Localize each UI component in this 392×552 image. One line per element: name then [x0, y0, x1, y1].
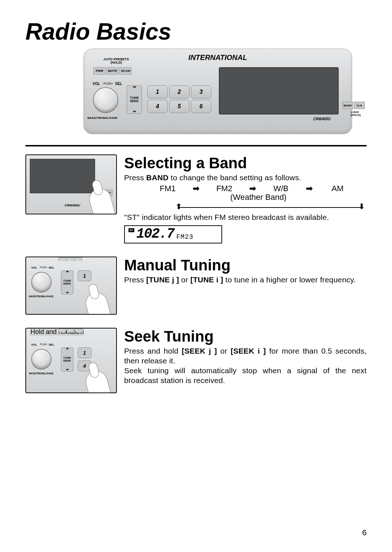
section-manual-content: Manual Tuning Press [TUNE j ] or [TUNE i… [124, 257, 367, 315]
manual-paragraph: Press [TUNE j ] or [TUNE i ] to tune in … [124, 275, 367, 285]
band-wb: W/B [259, 184, 303, 193]
chevron-down-icon: ⌄ [132, 108, 137, 113]
radio-faceplate-illustration: INTERNATIONAL AUTO PREBETS (HOLD) PWR MU… [83, 49, 352, 134]
arrow-down-icon: ⬇ [359, 202, 365, 211]
auto-presets-line2: (HOLD) [103, 61, 129, 64]
thumb-push: PUSH [40, 266, 47, 269]
band-intro: Press BAND to change the band setting as… [124, 173, 367, 182]
band-loop-bar: ⬆ ⬇ [146, 204, 367, 212]
st-note: "ST" indicator lights when FM stereo bre… [124, 212, 367, 222]
arrow-up-icon: ⬆ [176, 202, 182, 211]
section-seek-content: Seek Tuning Press and hold [SEEK j ] or … [124, 328, 367, 393]
thumb-sel: SEL [49, 343, 54, 346]
preset-4: 4 [147, 100, 168, 113]
pwr-button: PWR [93, 67, 106, 74]
chevron-up-icon: ⌃ [132, 86, 137, 91]
chevron-down-icon: ⌄ [65, 366, 70, 370]
seek-paragraph-1: Press and hold [SEEK j ] or [SEEK i ] fo… [124, 346, 367, 366]
arrow-right-icon: ➡ [303, 184, 316, 193]
thumb-dial [31, 349, 52, 369]
thumb-preset-1: 1 [78, 270, 91, 281]
lcd-screen [219, 67, 339, 114]
preset-2: 2 [169, 85, 189, 98]
page-title: Radio Basics [25, 18, 367, 45]
band-wb-sub: (Weather Band) [219, 193, 298, 202]
chevron-up-icon: ⌃ [65, 348, 70, 352]
preset-6: 6 [191, 100, 211, 113]
thumb-preset-1: 1 [78, 347, 91, 358]
arrow-right-icon: ➡ [246, 184, 259, 193]
tune-seek-rocker: ⌃ TUNE SEEK ⌄ [127, 85, 142, 114]
section-manual-tuning: VOL PUSH SEL BASS/TRE/BAL/FADE ⌃ TUNESEE… [25, 257, 367, 315]
lcd-readout: ST 102.7 FM23 [124, 225, 222, 243]
clk-button: CLK [354, 102, 365, 109]
page-number: 6 [362, 528, 367, 537]
preset-5: 5 [169, 100, 189, 113]
page: Radio Basics INTERNATIONAL AUTO PREBETS … [0, 0, 392, 552]
thumb-lcd [30, 159, 95, 193]
thumb-manual: VOL PUSH SEL BASS/TRE/BAL/FADE ⌃ TUNESEE… [25, 257, 117, 315]
band-fm1: FM1 [146, 184, 189, 193]
heading-band: Selecting a Band [124, 154, 367, 172]
hand-icon [83, 368, 113, 393]
preset-3: 3 [191, 85, 211, 98]
heading-seek: Seek Tuning [124, 328, 367, 345]
push-label: PUSH [103, 82, 113, 85]
thumb-bass: BASS/TRE/BAL/FADE [29, 295, 53, 298]
section-selecting-band: BAND CLK LO (HO CRW400U Selecting a Band… [25, 154, 367, 243]
loud-label: LOUD (HOLD) [351, 111, 361, 117]
arrow-right-icon: ➡ [189, 184, 203, 193]
st-indicator: ST [128, 228, 134, 232]
preset-1: 1 [147, 85, 168, 98]
tune-seek-label: TUNE SEEK [130, 96, 139, 103]
seek-paragraph-2: Seek tuning will automatically stop when… [124, 366, 367, 386]
heading-manual: Manual Tuning [124, 257, 367, 274]
auto-presets-label: AUTO PREBETS (HOLD) [103, 58, 129, 64]
mute-button: MUTE [106, 67, 119, 74]
separator-rule [25, 145, 367, 146]
thumb-model: CRW400U [65, 204, 80, 207]
lcd-band: FM23 [176, 233, 193, 241]
thumb-sel: SEL [49, 266, 54, 269]
band-fm2: FM2 [203, 184, 246, 193]
bass-label: BASS/TRE/BAL/FADE [87, 116, 118, 120]
scan-button: SCAN [119, 67, 132, 74]
thumb-dial [31, 272, 52, 292]
band-button: BAND [342, 102, 353, 109]
chevron-down-icon: ⌄ [65, 289, 70, 293]
thumb-vol: VOL [31, 343, 37, 346]
thumb-top-tabs [59, 329, 82, 332]
sel-label: SEL [115, 82, 122, 86]
top-button-row: PWR MUTE SCAN [93, 67, 132, 74]
side-buttons: BAND CLK [342, 102, 365, 109]
thumb-top-tabs [59, 257, 82, 261]
thumb-push: PUSH [40, 343, 47, 346]
section-band-content: Selecting a Band Press BAND to change th… [124, 154, 367, 243]
thumb-bass: BASS/TRE/BAL/FADE [29, 372, 53, 375]
thumb-rocker: ⌃ TUNESEEK ⌄ [61, 347, 73, 371]
vol-label: VOL [93, 82, 100, 86]
chevron-up-icon: ⌃ [65, 271, 70, 275]
section-seek-tuning: Hold and release VOL PUSH SEL BASS/TRE/B… [25, 328, 367, 393]
volume-dial [93, 87, 118, 113]
model-label: CRW400U [313, 117, 331, 121]
band-am: AM [316, 184, 359, 193]
hand-icon [83, 290, 113, 314]
preset-grid: 1 2 3 4 5 6 [147, 85, 211, 113]
thumb-band: BAND CLK LO (HO CRW400U [25, 154, 117, 214]
thumb-seek: Hold and release VOL PUSH SEL BASS/TRE/B… [25, 328, 117, 393]
thumb-rocker: ⌃ TUNESEEK ⌄ [61, 270, 73, 294]
band-flow-diagram: FM1 ➡ FM2 ➡ W/B ➡ AM (Weather Band) ⬆ ⬇ [146, 184, 367, 212]
thumb-vol: VOL [31, 266, 37, 269]
lcd-frequency: 102.7 [136, 226, 174, 242]
